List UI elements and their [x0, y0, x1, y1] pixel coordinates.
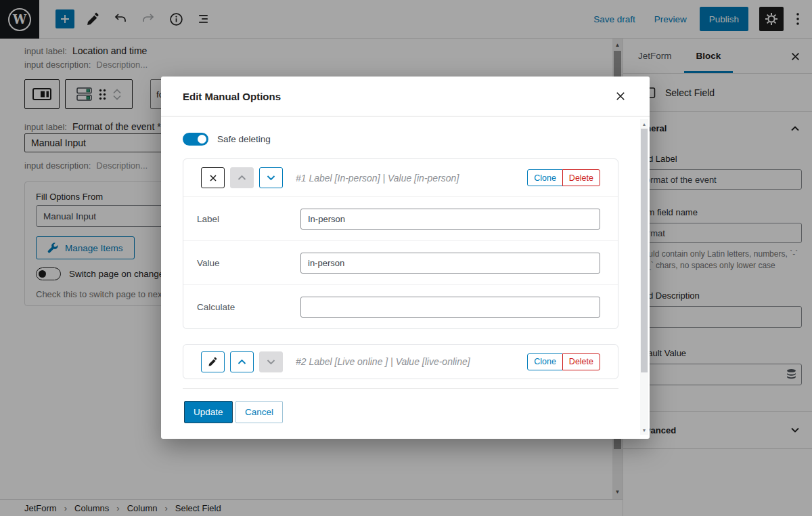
option-1-calculate-row: Calculate [183, 285, 618, 329]
option-1-delete-button[interactable]: Delete [562, 169, 600, 186]
option-1-clone-button[interactable]: Clone [527, 169, 563, 186]
modal-scrollbar[interactable]: ▲ ▼ [640, 119, 648, 435]
toggle-knob [198, 135, 206, 144]
close-icon [209, 174, 217, 182]
modal-close-button[interactable] [612, 87, 629, 105]
option-2-edit-button[interactable] [201, 351, 225, 372]
pencil-icon [208, 357, 218, 367]
modal-scrollbar-thumb[interactable] [641, 129, 648, 372]
option-1-collapse-button[interactable] [201, 167, 225, 188]
label-row-label: Label [197, 214, 300, 224]
option-2-delete-button[interactable]: Delete [562, 353, 600, 370]
option-1-calculate-input[interactable] [300, 297, 600, 318]
safe-deleting-toggle[interactable] [183, 133, 208, 146]
safe-deleting-label: Safe deleting [217, 134, 271, 144]
option-1-move-up-button[interactable] [230, 167, 254, 188]
option-1-label-input[interactable] [300, 209, 600, 230]
modal-title: Edit Manual Options [183, 91, 281, 102]
update-button[interactable]: Update [184, 401, 233, 423]
option-2-summary: #2 Label [Live online ] | Value [live-on… [296, 356, 522, 367]
chevron-up-icon [238, 175, 246, 181]
option-2-clone-button[interactable]: Clone [527, 353, 563, 370]
option-1-summary: #1 Label [In-person] | Value [in-person] [296, 173, 522, 184]
chevron-down-icon [267, 175, 275, 181]
chevron-down-icon [267, 359, 275, 365]
option-2-header: #2 Label [Live online ] | Value [live-on… [183, 345, 618, 379]
option-2-move-up-button[interactable] [230, 351, 254, 372]
modal-header: Edit Manual Options [161, 77, 650, 116]
calculate-row-label: Calculate [197, 302, 300, 312]
edit-manual-options-modal: Edit Manual Options Safe deleting [161, 77, 650, 439]
option-card-1: #1 Label [In-person] | Value [in-person]… [183, 158, 618, 329]
option-2-move-down-button[interactable] [259, 351, 283, 372]
option-1-value-row: Value [183, 241, 618, 285]
option-card-2: #2 Label [Live online ] | Value [live-on… [183, 344, 618, 379]
scroll-up-arrow-icon[interactable]: ▲ [640, 120, 648, 128]
option-1-actions: Clone Delete [527, 169, 600, 186]
scroll-down-arrow-icon[interactable]: ▼ [640, 426, 648, 434]
wordpress-editor-screen: W Save draft Preview Pub [0, 0, 812, 516]
modal-footer-divider [183, 388, 618, 389]
option-2-actions: Clone Delete [527, 353, 600, 370]
chevron-up-icon [238, 359, 246, 365]
value-row-label: Value [197, 258, 300, 268]
cancel-button[interactable]: Cancel [235, 401, 283, 423]
modal-body: Safe deleting #1 Label [In-person] | Val… [161, 116, 650, 439]
option-1-header: #1 Label [In-person] | Value [in-person]… [183, 159, 618, 197]
option-1-label-row: Label [183, 197, 618, 241]
option-1-value-input[interactable] [300, 253, 600, 274]
safe-deleting-row: Safe deleting [183, 133, 271, 146]
close-icon [616, 91, 625, 101]
option-1-move-down-button[interactable] [259, 167, 283, 188]
